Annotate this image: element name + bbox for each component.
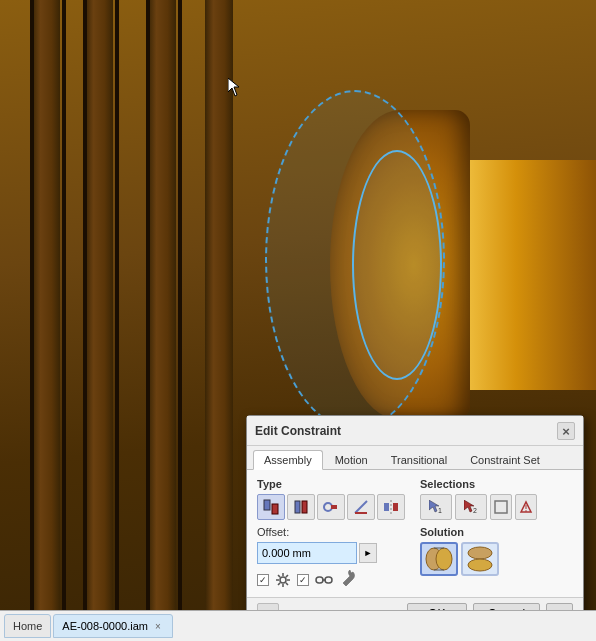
taskbar: Home AE-008-0000.iam × — [0, 610, 596, 641]
svg-point-36 — [468, 559, 492, 571]
selection-extra-btn-2[interactable] — [515, 494, 537, 520]
selection-extra-btn-1[interactable] — [490, 494, 512, 520]
taskbar-tab-close[interactable]: × — [152, 620, 164, 632]
type-buttons — [257, 494, 410, 520]
svg-point-5 — [324, 503, 332, 511]
offset-row: Offset: — [257, 526, 410, 538]
offset-input[interactable] — [257, 542, 357, 564]
offset-label: Offset: — [257, 526, 289, 538]
tab-transitional[interactable]: Transitional — [380, 450, 458, 469]
gear-icon — [275, 572, 291, 588]
type-btn-angle[interactable] — [347, 494, 375, 520]
svg-rect-21 — [316, 577, 323, 583]
svg-text:2: 2 — [473, 507, 477, 514]
type-btn-flush[interactable] — [287, 494, 315, 520]
type-label: Type — [257, 478, 410, 490]
svg-rect-4 — [302, 501, 307, 513]
checkbox-row — [257, 570, 410, 589]
taskbar-tab-home-label: Home — [13, 620, 42, 632]
svg-point-30 — [525, 510, 527, 512]
svg-point-32 — [436, 548, 452, 570]
solution-btn-2[interactable] — [461, 542, 499, 576]
taskbar-tab-assembly-label: AE-008-0000.iam — [62, 620, 148, 632]
dialog-body: Type — [247, 470, 583, 597]
taskbar-tab-home[interactable]: Home — [4, 614, 51, 638]
svg-line-7 — [355, 501, 367, 513]
tab-assembly[interactable]: Assembly — [253, 450, 323, 470]
highlight-ring — [352, 150, 442, 380]
checkbox-1[interactable] — [257, 574, 269, 586]
svg-rect-2 — [272, 504, 278, 514]
edit-constraint-dialog: Edit Constraint × Assembly Motion Transi… — [246, 415, 584, 633]
chain-icon — [315, 573, 333, 587]
svg-rect-28 — [495, 501, 507, 513]
dialog-title: Edit Constraint — [255, 424, 341, 438]
svg-rect-6 — [331, 505, 337, 509]
checkbox-2[interactable] — [297, 574, 309, 586]
offset-arrow-btn[interactable]: ► — [359, 543, 377, 563]
selections-buttons: 1 2 — [420, 494, 573, 520]
svg-rect-3 — [295, 501, 300, 513]
svg-line-17 — [278, 575, 280, 577]
wrench-icon — [341, 570, 357, 586]
tab-constraint-set[interactable]: Constraint Set — [459, 450, 551, 469]
selections-label: Selections — [420, 478, 573, 490]
svg-point-35 — [468, 547, 492, 559]
svg-line-18 — [286, 582, 288, 584]
dialog-tabs: Assembly Motion Transitional Constraint … — [247, 446, 583, 470]
solution-btn-1[interactable] — [420, 542, 458, 576]
selection-btn-1[interactable]: 1 — [420, 494, 452, 520]
svg-rect-11 — [393, 503, 398, 511]
type-btn-mate[interactable] — [257, 494, 285, 520]
svg-line-19 — [286, 575, 288, 577]
type-btn-symmetry[interactable] — [377, 494, 405, 520]
solution-buttons — [420, 542, 573, 576]
svg-line-20 — [278, 582, 280, 584]
svg-rect-10 — [384, 503, 389, 511]
dialog-titlebar: Edit Constraint × — [247, 416, 583, 446]
type-section: Type — [257, 478, 410, 589]
dialog-sections: Type — [257, 478, 573, 589]
type-btn-insert[interactable] — [317, 494, 345, 520]
selections-section: Selections 1 2 — [420, 478, 573, 589]
solution-label: Solution — [420, 526, 573, 538]
selection-btn-2[interactable]: 2 — [455, 494, 487, 520]
dialog-close-button[interactable]: × — [557, 422, 575, 440]
tab-motion[interactable]: Motion — [324, 450, 379, 469]
svg-point-12 — [280, 577, 286, 583]
svg-rect-22 — [325, 577, 332, 583]
svg-rect-1 — [264, 500, 270, 510]
svg-text:1: 1 — [438, 507, 442, 514]
taskbar-tab-assembly[interactable]: AE-008-0000.iam × — [53, 614, 173, 638]
